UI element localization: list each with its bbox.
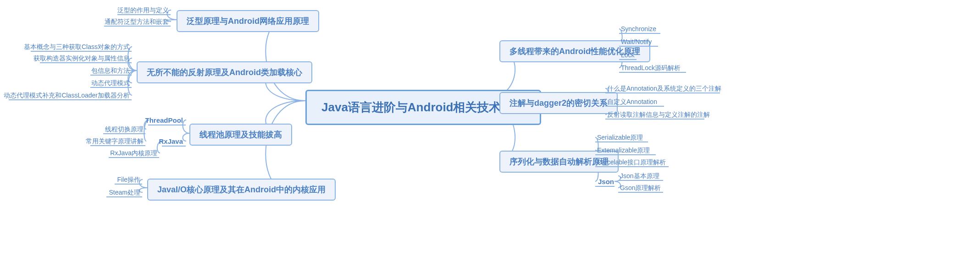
branch-io[interactable]: JavaI/O核心原理及其在Android中的内核应用	[147, 179, 336, 201]
branch-threadpool[interactable]: 线程池原理及技能拔高	[189, 124, 292, 146]
connector-lines	[0, 0, 980, 272]
leaf[interactable]: Synchronize	[619, 24, 658, 33]
leaf[interactable]: Lock	[619, 50, 637, 60]
leaf[interactable]: Wait/Notify	[619, 37, 653, 46]
branch-reflection[interactable]: 无所不能的反射原理及Android类加载核心	[137, 61, 312, 83]
branch-generics[interactable]: 泛型原理与Android网络应用原理	[177, 10, 319, 32]
branch-annotation[interactable]: 注解与dagger2的密切关系	[499, 92, 618, 114]
